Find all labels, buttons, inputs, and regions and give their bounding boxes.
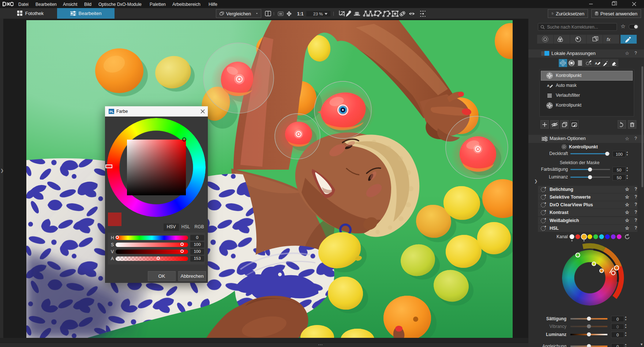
svg-text:fx: fx (607, 37, 611, 42)
svg-text:1:1: 1:1 (297, 11, 304, 16)
svg-text:A: A (547, 84, 550, 88)
svg-text:A: A (595, 62, 598, 65)
svg-text:23 %: 23 % (313, 12, 323, 16)
